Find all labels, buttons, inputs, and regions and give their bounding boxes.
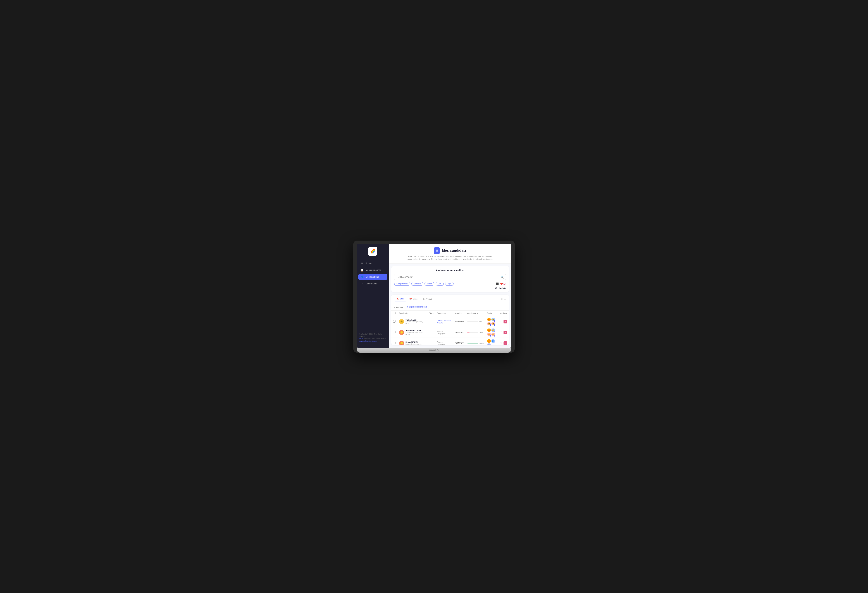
- toolbar-row: ≡ Actions ⬇ Exporter les candidats: [391, 303, 509, 310]
- campaign-cell[interactable]: Dossier de démo Mai 202: [435, 316, 453, 327]
- favorite-action-icon[interactable]: ♡: [500, 342, 502, 344]
- row-checkbox[interactable]: [393, 342, 396, 344]
- sidebar-item-campagnes[interactable]: 📋 Mes campagnes: [359, 267, 387, 273]
- filter-btn-softskills[interactable]: Softskills: [412, 282, 423, 285]
- col-header-1[interactable]: Candidat ↑: [397, 310, 428, 316]
- date-value: 20/05/2022: [455, 342, 464, 344]
- grid-view-icon[interactable]: ⊞: [500, 297, 503, 300]
- search-section: Rechercher un candidat 🔍 CompétencesSoft…: [391, 266, 509, 292]
- tab-invite[interactable]: 📅 Invité: [407, 297, 420, 301]
- favorite-filter-icon[interactable]: ♡: [492, 283, 494, 285]
- filter-actions: ♡ ⬛ ❤️ (1): [492, 283, 506, 285]
- table-header: Candidat ↑TagsCampagneInscrit le ↓omplét…: [391, 310, 509, 316]
- list-view-icon[interactable]: ☰: [504, 297, 506, 300]
- filter-btn-tags[interactable]: Tags: [445, 282, 453, 285]
- tests-cell: 🔥 😊 + 😊 + 😊 +: [486, 327, 499, 338]
- filter-btn-compétences[interactable]: Compétences: [394, 282, 410, 285]
- test-icon-0[interactable]: 🔥: [487, 318, 491, 321]
- test-icon-1[interactable]: 😊 +: [492, 318, 495, 321]
- test-plus-badge: +: [490, 335, 491, 337]
- sidebar-label-campagnes: Mes campagnes: [366, 269, 381, 271]
- col-header-6[interactable]: Tests: [486, 310, 499, 316]
- candidate-cell: 😊 Tania Kamp T.kamp+kamp@monkey-tie.co: [397, 316, 428, 327]
- export-label: Exporter les candidats: [409, 306, 427, 308]
- export-button[interactable]: ⬇ Exporter les candidats: [404, 305, 430, 309]
- tab-suivi[interactable]: 🔖 Suivi: [394, 296, 406, 302]
- sidebar-label-deconnexion: Déconnexion: [366, 283, 378, 285]
- delete-action-button[interactable]: ✕: [503, 320, 507, 324]
- filter-row: CompétencesSoftskillsMétierLieuTags ♡ ⬛ …: [394, 282, 506, 285]
- col-header-4[interactable]: Inscrit le ↓: [453, 310, 465, 316]
- row-checkbox[interactable]: [393, 331, 396, 333]
- filter-btn-lieu[interactable]: Lieu: [435, 282, 444, 285]
- col-header-2[interactable]: Tags: [428, 310, 435, 316]
- avatar: 😄: [399, 330, 404, 335]
- toggle-filter-icon[interactable]: ⬛: [496, 283, 499, 285]
- delete-action-button[interactable]: ✕: [503, 331, 507, 334]
- candidate-email: a.laidin+abc2@monkey-tie.cor: [406, 332, 426, 335]
- test-icon-2[interactable]: ⚙️ +: [487, 343, 491, 345]
- progress-fill: [467, 343, 478, 343]
- table-row: 😊 Tania Kamp T.kamp+kamp@monkey-tie.co D…: [391, 316, 509, 327]
- search-input[interactable]: [397, 276, 500, 278]
- candidate-name: Alexandre Laidin: [406, 330, 426, 332]
- active-favorite-filter[interactable]: ❤️ (1): [500, 283, 506, 285]
- filter-btn-métier[interactable]: Métier: [425, 282, 434, 285]
- footer-cgu-link[interactable]: CGU: [359, 338, 363, 340]
- tabs-row: 🔖 Suivi📅 Invité🗂 Archivé ⊞ ☰: [391, 294, 509, 303]
- sidebar-item-candidats[interactable]: 👤 Mes candidats: [359, 274, 387, 280]
- candidate-email: hmorel@coleurope.eu: [406, 343, 421, 345]
- test-icon-3[interactable]: 😊 +: [492, 322, 495, 325]
- pct-value: 0%: [480, 321, 482, 322]
- pct-value: 20%: [480, 331, 483, 333]
- header-icon: ⊞: [436, 249, 438, 252]
- candidats-icon: 👤: [360, 275, 364, 278]
- footer-admin-text: · Contactez votre administrateur: [363, 338, 386, 340]
- search-input-row[interactable]: 🔍: [394, 274, 506, 280]
- test-plus-badge: +: [494, 324, 495, 326]
- test-icon-2[interactable]: 😊 +: [487, 322, 491, 325]
- tests-cell: 🔥 🌀 + ⚙️ +: [486, 338, 499, 345]
- test-icon-1[interactable]: 😊 +: [492, 328, 495, 332]
- test-icon-0[interactable]: 🔥: [487, 339, 491, 343]
- test-plus-badge: +: [494, 331, 495, 333]
- actions-label: Actions: [396, 306, 403, 308]
- col-header-5[interactable]: omplétude ✓: [465, 310, 486, 316]
- campaign-value: Aucune campagne: [437, 330, 446, 334]
- campaign-cell: Aucune campagne: [435, 338, 453, 345]
- test-icon-2[interactable]: 😊 +: [487, 333, 491, 336]
- footer-cgu-row: CGU · Contactez votre administrateur: [359, 338, 386, 340]
- col-header-3[interactable]: Campagne: [435, 310, 453, 316]
- tags-cell: [428, 327, 435, 338]
- delete-action-button[interactable]: ✕: [503, 341, 507, 345]
- select-all-checkbox[interactable]: [393, 312, 396, 314]
- avatar: 🙂: [399, 341, 404, 345]
- logo-area: 🌈: [357, 247, 389, 256]
- progress-fill: [467, 332, 469, 333]
- suivi-tab-icon: 🔖: [396, 297, 399, 300]
- campagnes-icon: 📋: [360, 269, 364, 272]
- sidebar: 🌈 ⊞ Accueil📋 Mes campagnes👤 Mes candidat…: [357, 244, 389, 347]
- sidebar-item-deconnexion[interactable]: → Déconnexion: [359, 281, 387, 287]
- favorite-action-icon[interactable]: ♡: [500, 320, 502, 323]
- row-checkbox[interactable]: [393, 320, 396, 322]
- row-checkbox-cell[interactable]: [391, 327, 397, 338]
- row-checkbox-cell[interactable]: [391, 338, 397, 345]
- row-checkbox-cell[interactable]: [391, 316, 397, 327]
- test-icon-1[interactable]: 🌀 +: [492, 339, 495, 343]
- date-cell: 23/05/2022: [453, 327, 465, 338]
- test-icon-3[interactable]: 😊 +: [492, 333, 495, 336]
- sidebar-label-accueil: Accueil: [366, 262, 372, 265]
- footer-email-link[interactable]: contact@monkey-tie.com: [359, 340, 377, 342]
- favorite-action-icon[interactable]: ♡: [500, 331, 502, 334]
- col-header-7[interactable]: Actions: [499, 310, 509, 316]
- candidate-name: Hugo MOREL: [406, 341, 421, 343]
- sidebar-item-accueil[interactable]: ⊞ Accueil: [359, 260, 387, 266]
- test-icon-0[interactable]: 🔥: [487, 328, 491, 332]
- header-icon-box: ⊞: [434, 247, 440, 254]
- invite-tab-label: Invité: [413, 298, 418, 300]
- tab-archive[interactable]: 🗂 Archivé: [421, 297, 434, 301]
- table-row: 😄 Alexandre Laidin a.laidin+abc2@monkey-…: [391, 327, 509, 338]
- actions-button[interactable]: ≡ Actions: [394, 306, 403, 308]
- candidates-table: Candidat ↑TagsCampagneInscrit le ↓omplét…: [391, 310, 509, 345]
